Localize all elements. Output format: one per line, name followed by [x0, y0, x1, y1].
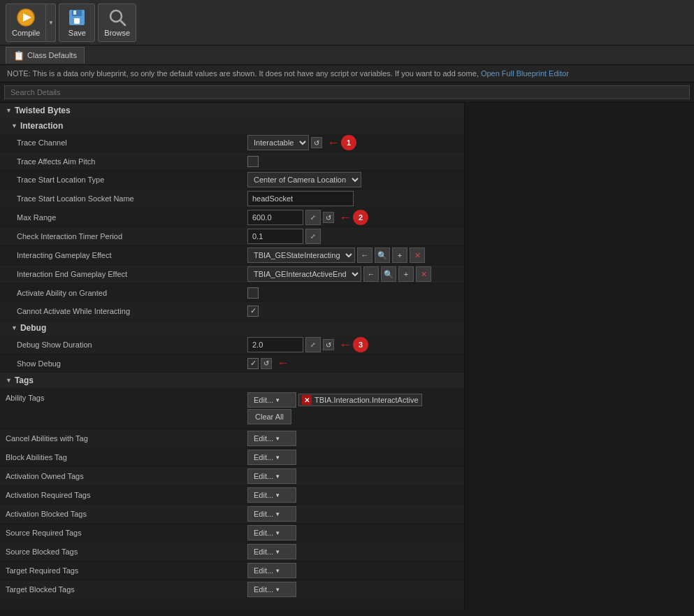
trace-start-location-type-value: Center of Camera Location Socket	[247, 171, 464, 189]
svg-rect-4	[74, 18, 80, 24]
ability-tags-label: Ability Tags	[0, 391, 247, 404]
cancel-abilities-with-tag-value: Edit...	[247, 429, 464, 447]
notice-bar: NOTE: This is a data only blueprint, so …	[0, 65, 694, 83]
target-required-tags-edit-dropdown[interactable]: Edit...	[247, 563, 296, 578]
trace-channel-reset[interactable]: ↺	[311, 137, 322, 148]
compile-button[interactable]: Compile	[6, 3, 46, 42]
show-debug-checkbox[interactable]	[247, 358, 259, 369]
ability-tags-edit-dropdown[interactable]: Edit...	[247, 392, 296, 408]
interacting-effect-clear-icon[interactable]: ✕	[410, 248, 425, 263]
twisted-bytes-arrow-icon: ▼	[6, 107, 12, 114]
check-timer-expand-icon[interactable]: ⤢	[305, 229, 321, 244]
max-range-input[interactable]	[247, 210, 303, 225]
source-required-tags-edit-dropdown[interactable]: Edit...	[247, 525, 296, 540]
activation-required-tags-label: Activation Required Tags	[0, 489, 247, 501]
ability-tags-edit-row: Edit... ✕ TBIA.Interaction.InteractActiv…	[247, 392, 461, 408]
source-blocked-tags-edit-dropdown[interactable]: Edit...	[247, 544, 296, 559]
activation-blocked-tags-label: Activation Blocked Tags	[0, 508, 247, 520]
activation-required-tags-value: Edit...	[247, 486, 464, 504]
save-button[interactable]: Save	[59, 3, 95, 42]
trace-channel-row: Trace Channel Interactable Visibility Ca…	[0, 134, 464, 152]
trace-channel-dropdown[interactable]: Interactable Visibility Camera	[247, 135, 309, 150]
twisted-bytes-label: Twisted Bytes	[15, 106, 71, 115]
search-input[interactable]	[4, 85, 690, 99]
trace-start-location-type-dropdown[interactable]: Center of Camera Location Socket	[247, 172, 361, 187]
tab-bar: 📋 Class Defaults	[0, 45, 694, 65]
max-range-reset[interactable]: ↺	[323, 212, 334, 223]
check-interaction-timer-value: ⤢	[247, 227, 464, 245]
activate-ability-on-granted-label: Activate Ability on Granted	[0, 287, 247, 299]
search-bar	[0, 83, 694, 103]
activation-owned-tags-row: Activation Owned Tags Edit...	[0, 467, 464, 486]
debug-show-duration-input[interactable]	[247, 337, 303, 352]
socket-name-input[interactable]	[247, 191, 354, 206]
compile-dropdown-arrow[interactable]: ▼	[46, 3, 56, 42]
cannot-activate-while-interacting-row: Cannot Activate While Interacting	[0, 302, 464, 320]
compile-button-group[interactable]: Compile ▼	[6, 3, 56, 42]
max-range-expand-icon[interactable]: ⤢	[305, 210, 321, 225]
check-interaction-timer-label: Check Interaction Timer Period	[0, 230, 247, 243]
section-twisted-bytes[interactable]: ▼ Twisted Bytes	[0, 103, 464, 118]
interacting-gameplay-effect-dropdown[interactable]: TBIA_GEStateInteracting	[247, 248, 355, 263]
clear-all-button[interactable]: Clear All	[247, 409, 291, 424]
show-debug-label: Show Debug	[0, 357, 247, 370]
interacting-effect-back-icon[interactable]: ←	[357, 248, 373, 263]
open-blueprint-link[interactable]: Open Full Blueprint Editor	[481, 69, 569, 78]
cancel-abilities-edit-dropdown[interactable]: Edit...	[247, 431, 296, 446]
activate-ability-on-granted-checkbox[interactable]	[247, 287, 259, 299]
debug-show-duration-expand-icon[interactable]: ⤢	[305, 337, 321, 352]
trace-affects-aim-pitch-row: Trace Affects Aim Pitch	[0, 152, 464, 171]
activation-required-tags-edit-dropdown[interactable]: Edit...	[247, 487, 296, 503]
debug-show-duration-row: Debug Show Duration ⤢ ↺ ← 3	[0, 336, 464, 354]
max-range-row: Max Range ⤢ ↺ ← 2	[0, 208, 464, 227]
interaction-end-gameplay-effect-dropdown[interactable]: TBIA_GEInteractActiveEnd	[247, 266, 361, 282]
annotation-3-group: ← 3	[339, 337, 368, 352]
interaction-end-effect-search-icon[interactable]: 🔍	[381, 266, 396, 282]
activate-ability-on-granted-value	[247, 286, 464, 300]
interaction-end-effect-add-icon[interactable]: +	[398, 266, 414, 282]
activation-owned-tags-value: Edit...	[247, 467, 464, 485]
activation-required-tags-row: Activation Required Tags Edit...	[0, 486, 464, 505]
source-required-tags-value: Edit...	[247, 524, 464, 542]
interacting-effect-search-icon[interactable]: 🔍	[375, 248, 390, 263]
debug-label: Debug	[20, 323, 46, 333]
target-required-tags-row: Target Required Tags Edit...	[0, 561, 464, 580]
activation-blocked-tags-edit-dropdown[interactable]: Edit...	[247, 506, 296, 522]
trace-affects-aim-pitch-value	[247, 155, 464, 169]
section-interaction[interactable]: ▼ Interaction	[0, 118, 464, 134]
browse-label: Browse	[104, 29, 130, 37]
left-panel: ▼ Twisted Bytes ▼ Interaction Trace Chan…	[0, 103, 465, 610]
interaction-end-effect-back-icon[interactable]: ←	[363, 266, 379, 282]
section-tags[interactable]: ▼ Tags	[0, 373, 464, 388]
block-abilities-tag-label: Block Abilities Tag	[0, 451, 247, 464]
svg-line-7	[120, 20, 125, 25]
interaction-end-effect-clear-icon[interactable]: ✕	[416, 266, 431, 282]
class-defaults-tab[interactable]: 📋 Class Defaults	[6, 47, 85, 64]
interacting-effect-add-icon[interactable]: +	[392, 248, 407, 263]
debug-show-duration-reset[interactable]: ↺	[323, 339, 334, 350]
annotation-1-group: ← 1	[327, 135, 356, 150]
max-range-label: Max Range	[0, 211, 247, 224]
tags-arrow-icon: ▼	[6, 377, 12, 384]
interaction-arrow-icon: ▼	[11, 122, 17, 129]
trace-affects-aim-pitch-checkbox[interactable]	[247, 156, 259, 167]
target-required-tags-value: Edit...	[247, 561, 464, 580]
source-required-tags-label: Source Required Tags	[0, 527, 247, 539]
browse-button[interactable]: Browse	[98, 3, 136, 42]
block-abilities-edit-dropdown[interactable]: Edit...	[247, 450, 296, 465]
target-blocked-tags-edit-dropdown[interactable]: Edit...	[247, 582, 296, 597]
section-debug[interactable]: ▼ Debug	[0, 320, 464, 336]
ability-tags-tag-remove[interactable]: ✕	[302, 395, 312, 405]
cannot-activate-while-interacting-checkbox[interactable]	[247, 306, 259, 317]
activation-owned-tags-edit-dropdown[interactable]: Edit...	[247, 468, 296, 484]
show-debug-reset[interactable]: ↺	[261, 358, 272, 369]
trace-start-location-socket-value	[247, 189, 464, 208]
activation-blocked-tags-row: Activation Blocked Tags Edit...	[0, 505, 464, 524]
interaction-label: Interaction	[20, 121, 63, 131]
trace-affects-aim-pitch-label: Trace Affects Aim Pitch	[0, 155, 247, 168]
browse-icon	[108, 8, 127, 27]
interaction-end-gameplay-effect-row: Interaction End Gameplay Effect TBIA_GEI…	[0, 265, 464, 284]
trace-channel-value: Interactable Visibility Camera ↺ ← 1	[247, 134, 464, 152]
cannot-activate-while-interacting-label: Cannot Activate While Interacting	[0, 305, 247, 317]
check-interaction-timer-input[interactable]	[247, 229, 303, 244]
